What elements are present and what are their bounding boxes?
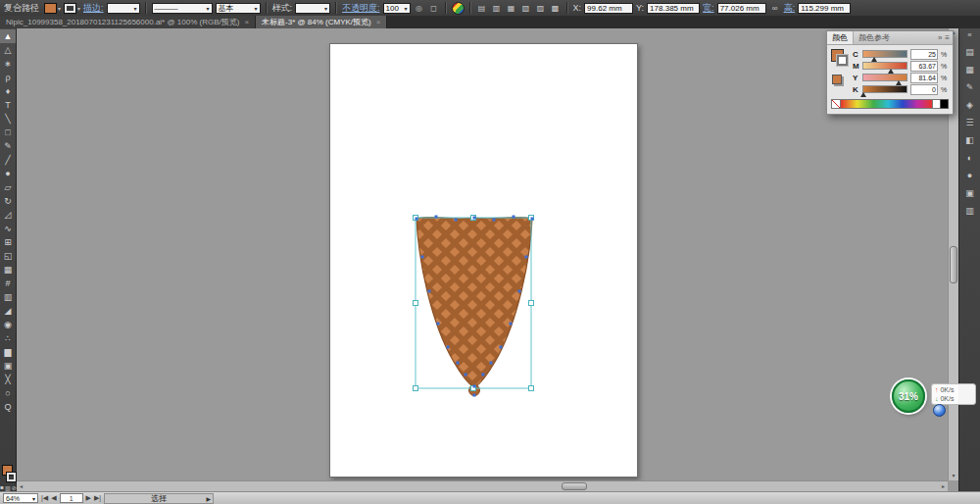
symbol-sprayer-tool[interactable]: ∴ — [0, 331, 16, 345]
stroke-weight-dropdown[interactable]: ▾ — [107, 3, 140, 14]
eyedropper-tool[interactable]: ◢ — [0, 304, 16, 318]
tab-color-guide[interactable]: 颜色参考 — [854, 31, 895, 44]
slider-thumb[interactable] — [888, 66, 894, 74]
download-progress-badge[interactable]: 31% — [892, 379, 925, 413]
type-tool[interactable]: T — [0, 98, 16, 112]
last-artboard-icon[interactable]: ▶| — [94, 494, 101, 502]
blob-brush-tool[interactable]: ● — [0, 167, 16, 180]
width-label[interactable]: 宽: — [703, 2, 714, 15]
color-spectrum-bar[interactable] — [831, 97, 949, 110]
scale-tool[interactable]: ◿ — [0, 208, 16, 222]
status-tool-field[interactable]: 选择 ▶ — [104, 493, 214, 504]
fill-stroke-indicator[interactable] — [1, 464, 17, 482]
gradient-panel-icon[interactable]: ◧ — [961, 133, 979, 146]
layers-panel-icon[interactable]: ▣ — [961, 186, 979, 199]
yellow-slider[interactable] — [862, 74, 907, 81]
prev-artboard-icon[interactable]: ◀ — [51, 494, 56, 502]
opacity-link[interactable]: 不透明度: — [342, 2, 380, 15]
slider-thumb[interactable] — [896, 77, 902, 85]
download-widget[interactable]: 31% ↑ 0K/s ↓ 0K/s — [892, 379, 980, 419]
slice-tool[interactable]: ╳ — [0, 373, 16, 386]
download-ball-icon[interactable] — [933, 404, 946, 417]
cyan-slider[interactable] — [862, 50, 907, 58]
close-icon[interactable]: × — [376, 18, 381, 26]
tab-color[interactable]: 颜色 — [827, 31, 854, 44]
perspective-grid-tool[interactable]: ▦ — [0, 263, 16, 277]
close-icon[interactable]: × — [244, 18, 249, 26]
variable-width-profile-dropdown[interactable]: ——— ▾ — [152, 3, 213, 14]
canvas[interactable]: ▴ ▾ ◂ ▸ — [17, 28, 958, 491]
blend-tool[interactable]: ◉ — [0, 318, 16, 331]
slider-thumb[interactable] — [860, 89, 866, 97]
artboards-panel-icon[interactable]: ▥ — [961, 204, 979, 217]
none-mode-icon[interactable]: ⊘ — [12, 484, 17, 491]
align-middle-icon[interactable]: ▨ — [535, 2, 547, 14]
expand-panels-icon[interactable]: « — [967, 30, 971, 40]
none-swatch[interactable] — [831, 99, 841, 109]
y-field[interactable]: 178.385 mm — [647, 3, 700, 14]
magenta-slider[interactable] — [862, 62, 907, 70]
color-panel-header[interactable]: 颜色 颜色参考 » ≡ — [827, 31, 953, 45]
first-artboard-icon[interactable]: |◀ — [41, 494, 48, 502]
panel-menu-icon[interactable]: ≡ — [945, 33, 950, 42]
stroke-panel-icon[interactable]: ☰ — [961, 116, 979, 128]
width-field[interactable]: 77.026 mm — [717, 3, 766, 14]
align-top-icon[interactable]: ▧ — [520, 2, 532, 14]
rotate-tool[interactable]: ↻ — [0, 194, 16, 208]
direct-selection-tool[interactable]: △ — [0, 43, 16, 57]
pencil-tool[interactable]: ╱ — [0, 153, 16, 167]
height-label[interactable]: 高: — [784, 2, 796, 15]
tab-nipic-document[interactable]: Nipic_10999358_20180701231125656000.ai* … — [0, 16, 256, 28]
graphic-style-dropdown[interactable]: ▾ — [295, 3, 330, 14]
stroke-proxy-swatch[interactable] — [7, 473, 16, 481]
column-graph-tool[interactable]: ▆ — [0, 345, 16, 359]
color-panel-icon[interactable]: ▤ — [961, 45, 979, 58]
yellow-value-field[interactable]: 81.64 — [910, 73, 938, 83]
panel-fill-stroke[interactable] — [831, 49, 849, 94]
color-mode-icon[interactable]: ■ — [0, 484, 4, 491]
stroke-color-dropdown[interactable]: ▾ — [64, 3, 80, 14]
black-slider[interactable] — [862, 85, 907, 93]
pen-tool[interactable]: ♦ — [0, 84, 16, 98]
artboard-tool[interactable]: ▣ — [0, 359, 16, 373]
align-left-icon[interactable]: ▤ — [476, 2, 488, 14]
gradient-tool[interactable]: ▥ — [0, 290, 16, 304]
clip-mask-icon[interactable]: ◻ — [428, 2, 440, 14]
paintbrush-tool[interactable]: ✎ — [0, 139, 16, 153]
horizontal-scrollbar[interactable]: ◂ ▸ — [17, 480, 948, 491]
panel-stroke-swatch[interactable] — [837, 55, 848, 66]
symbols-panel-icon[interactable]: ◈ — [961, 98, 979, 111]
stroke-panel-link[interactable]: 描边: — [83, 2, 104, 15]
vertical-scroll-thumb[interactable] — [950, 246, 957, 283]
gradient-mode-icon[interactable]: ▥ — [5, 484, 11, 491]
opacity-field[interactable]: 100 ▾ — [383, 3, 411, 14]
rectangle-tool[interactable]: □ — [0, 126, 16, 139]
magenta-value-field[interactable]: 63.67 — [910, 61, 938, 72]
cone-artwork[interactable] — [402, 208, 549, 414]
horizontal-scroll-thumb[interactable] — [562, 482, 587, 490]
constrain-proportions-icon[interactable]: ∞ — [769, 2, 781, 14]
fill-color-dropdown[interactable]: ▾ — [44, 3, 61, 14]
black-value-field[interactable]: 0 — [910, 84, 938, 95]
appearance-panel-icon[interactable]: ● — [961, 169, 979, 181]
align-right-icon[interactable]: ▦ — [506, 2, 517, 14]
collapse-panel-icon[interactable]: » — [938, 33, 942, 42]
scroll-right-icon[interactable]: ▸ — [939, 481, 948, 491]
mesh-tool[interactable]: # — [0, 277, 16, 290]
selection-tool[interactable]: ▲ — [0, 29, 16, 43]
brush-definition-dropdown[interactable]: 基本 ▾ — [216, 3, 261, 14]
magic-wand-tool[interactable]: ∗ — [0, 57, 16, 71]
zoom-tool[interactable]: Q — [0, 400, 16, 414]
opacity-mask-icon[interactable]: ◎ — [414, 2, 425, 14]
hand-tool[interactable]: ○ — [0, 386, 16, 400]
eraser-tool[interactable]: ▱ — [0, 180, 16, 194]
tab-untitled-3[interactable]: 未标题-3* @ 84% (CMYK/预览) × — [256, 16, 387, 28]
scroll-down-icon[interactable]: ▾ — [949, 472, 958, 480]
cyan-value-field[interactable]: 25 — [910, 49, 938, 60]
width-tool[interactable]: ∿ — [0, 222, 16, 235]
shape-builder-tool[interactable]: ◱ — [0, 249, 16, 263]
black-swatch[interactable] — [940, 99, 949, 109]
lasso-tool[interactable]: ρ — [0, 71, 16, 84]
swatches-panel-icon[interactable]: ▦ — [961, 63, 979, 76]
x-field[interactable]: 99.62 mm — [584, 3, 633, 14]
